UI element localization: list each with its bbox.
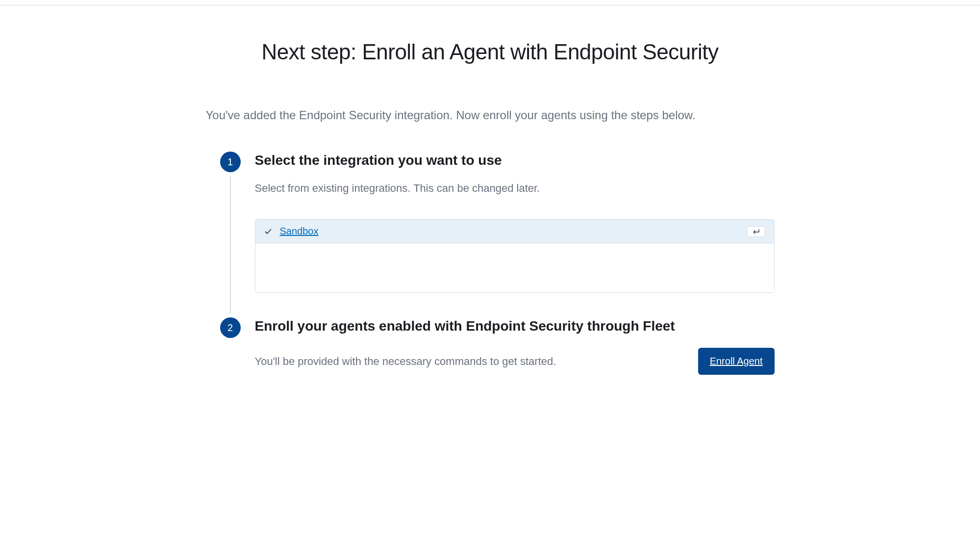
step-1-indicator-column: 1 (216, 152, 245, 317)
header-divider (0, 5, 980, 5)
step-2-title: Enroll your agents enabled with Endpoint… (255, 318, 775, 334)
step-2-row: You'll be provided with the necessary co… (255, 348, 775, 375)
step-1-content: Select the integration you want to use S… (245, 152, 775, 312)
integration-option-sandbox[interactable]: Sandbox (255, 220, 774, 243)
enroll-agent-button[interactable]: Enroll Agent (698, 348, 775, 375)
steps-list: 1 Select the integration you want to use… (206, 152, 775, 375)
step-connector (230, 176, 231, 313)
step-2-description: You'll be provided with the necessary co… (255, 355, 556, 368)
main-container: Next step: Enroll an Agent with Endpoint… (176, 40, 804, 375)
step-2: 2 Enroll your agents enabled with Endpoi… (216, 317, 775, 375)
step-2-indicator-column: 2 (216, 317, 245, 338)
step-1-title: Select the integration you want to use (255, 153, 775, 168)
return-icon (747, 226, 765, 237)
step-2-content: Enroll your agents enabled with Endpoint… (245, 317, 775, 375)
step-1: 1 Select the integration you want to use… (216, 152, 775, 317)
integration-select[interactable]: Sandbox (255, 219, 775, 293)
integration-option-label: Sandbox (280, 226, 319, 237)
page-subtitle: You've added the Endpoint Security integ… (206, 108, 775, 122)
page-title: Next step: Enroll an Agent with Endpoint… (206, 40, 775, 64)
step-1-description: Select from existing integrations. This … (255, 182, 775, 195)
integration-select-empty (255, 243, 774, 292)
step-1-number: 1 (220, 152, 241, 172)
step-2-number: 2 (220, 317, 241, 338)
check-icon (264, 228, 272, 235)
